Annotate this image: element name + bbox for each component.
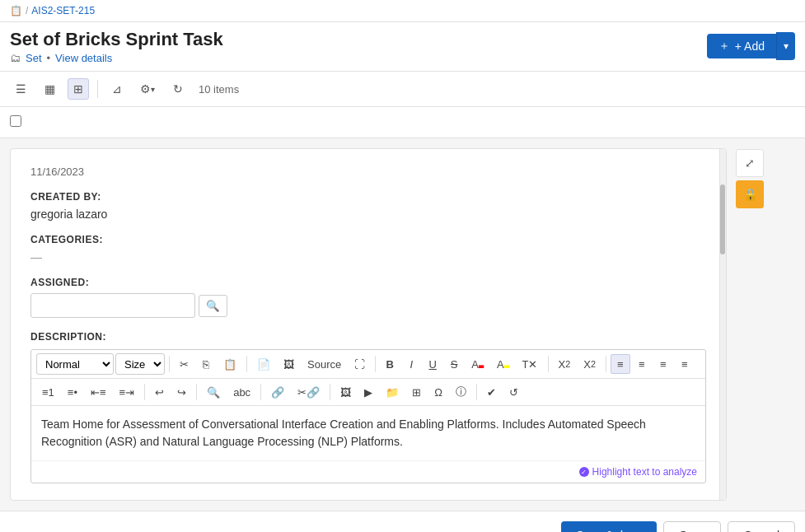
- cut-button[interactable]: ✂: [174, 354, 194, 374]
- assigned-label: ASSIGNED:: [30, 277, 706, 288]
- set-icon: 🗂: [10, 52, 21, 64]
- refresh-icon: ↻: [173, 82, 183, 96]
- editor-sep-6: [144, 384, 145, 400]
- editor-content[interactable]: Team Home for Assessment of Conversation…: [31, 406, 705, 460]
- description-editor: Normal Heading 1 Heading 2 Heading 3 Siz…: [30, 349, 706, 483]
- check-button[interactable]: ✔: [481, 382, 502, 402]
- created-by-label: CREATED BY:: [30, 191, 706, 203]
- copy-button[interactable]: ⎘: [196, 354, 216, 374]
- format-select[interactable]: Normal Heading 1 Heading 2 Heading 3: [36, 353, 114, 375]
- align-justify-button[interactable]: ≡: [675, 354, 695, 374]
- unordered-list-button[interactable]: ≡•: [62, 382, 83, 402]
- clear-format-button[interactable]: T✕: [517, 354, 544, 374]
- filter-button[interactable]: ⊿: [106, 78, 128, 100]
- assigned-input-row: 🔍: [30, 293, 706, 318]
- source-label: Source: [307, 358, 341, 371]
- editor-toolbar-row1: Normal Heading 1 Heading 2 Heading 3 Siz…: [31, 350, 705, 379]
- align-left-button[interactable]: ≡: [611, 354, 630, 374]
- add-button[interactable]: ＋ + Add: [707, 34, 776, 58]
- align-right-button[interactable]: ≡: [653, 354, 673, 374]
- template-button[interactable]: 📁: [380, 382, 405, 402]
- bold-button[interactable]: B: [380, 354, 400, 374]
- expand-button[interactable]: ⤢: [736, 149, 764, 177]
- assigned-search-button[interactable]: 🔍: [199, 295, 227, 317]
- breadcrumb-separator: /: [26, 5, 28, 16]
- refresh-button[interactable]: ↻: [167, 78, 189, 100]
- board-view-button[interactable]: ▦: [39, 78, 61, 100]
- list-view-button[interactable]: ☰: [10, 78, 32, 100]
- expand-icon: ⤢: [745, 156, 755, 170]
- source-button[interactable]: Source: [302, 354, 347, 374]
- list-icon: ☰: [16, 82, 26, 96]
- main-toolbar: ☰ ▦ ⊞ ⊿ ⚙ ▾ ↻ 10 items: [0, 72, 805, 107]
- categories-value: —: [30, 250, 706, 264]
- subscript-button[interactable]: X2: [553, 354, 577, 374]
- analyze-text[interactable]: Highlight text to analyze: [592, 466, 697, 478]
- lock-icon: 🔒: [743, 188, 757, 201]
- editor-sep-1: [169, 356, 170, 372]
- add-button-label: + Add: [735, 40, 765, 53]
- settings-chevron: ▾: [151, 85, 155, 94]
- assigned-input[interactable]: [30, 293, 195, 318]
- editor-sep-3: [375, 356, 376, 372]
- card-view-button[interactable]: ⊞: [68, 78, 89, 100]
- page-title-area: Set of Bricks Sprint Task 🗂 Set • View d…: [10, 29, 223, 71]
- board-icon: ▦: [44, 82, 55, 96]
- settings-button[interactable]: ⚙ ▾: [134, 78, 161, 100]
- editor-sep-10: [476, 384, 477, 400]
- spell-check-button[interactable]: abc: [227, 382, 256, 402]
- outdent-button[interactable]: ⇤≡: [85, 382, 112, 402]
- strikethrough-button[interactable]: S: [444, 354, 464, 374]
- media-button[interactable]: ▶: [358, 382, 378, 402]
- undo-button[interactable]: ↩: [149, 382, 170, 402]
- editor-toolbar-row2: ≡1 ≡• ⇤≡ ≡⇥ ↩ ↪ 🔍 abc 🔗 ✂🔗 🖼 ▶ 📁 ⊞ Ω ⓘ: [31, 379, 705, 406]
- underline-button[interactable]: U: [423, 354, 442, 374]
- paste-button[interactable]: 📋: [218, 354, 242, 374]
- editor-sep-7: [196, 384, 197, 400]
- scrollbar-thumb: [720, 184, 725, 254]
- unlink-button[interactable]: ✂🔗: [292, 382, 325, 402]
- subtitle-sep: •: [47, 52, 51, 64]
- lock-button[interactable]: 🔒: [736, 180, 764, 208]
- subtitle-set[interactable]: Set: [26, 52, 42, 64]
- image-button[interactable]: 🖼: [278, 354, 300, 374]
- highlight-button[interactable]: A▃: [491, 354, 515, 374]
- indent-button[interactable]: ≡⇥: [114, 382, 141, 402]
- maximize-button[interactable]: ⛶: [349, 354, 371, 374]
- page-title: Set of Bricks Sprint Task: [10, 29, 223, 50]
- italic-button[interactable]: I: [401, 354, 421, 374]
- iframe-button[interactable]: ⓘ: [450, 382, 472, 402]
- add-button-group: ＋ + Add ▾: [707, 32, 795, 60]
- superscript-button[interactable]: X2: [578, 354, 601, 374]
- align-center-button[interactable]: ≡: [632, 354, 652, 374]
- select-all-row: [0, 107, 805, 138]
- editor-sep-2: [246, 356, 247, 372]
- editor-sep-9: [330, 384, 330, 400]
- table-button[interactable]: ⊞: [406, 382, 427, 402]
- scrollbar[interactable]: [719, 149, 726, 500]
- editor-text: Team Home for Assessment of Conversation…: [41, 418, 646, 448]
- subtitle-view[interactable]: View details: [55, 52, 112, 64]
- special-char-button[interactable]: Ω: [428, 382, 448, 402]
- footer-actions: Save & done Save Cancel: [0, 511, 805, 532]
- search-icon: 🔍: [206, 300, 220, 312]
- find-button[interactable]: 🔍: [201, 382, 226, 402]
- analyze-bar: Highlight text to analyze: [31, 460, 705, 483]
- add-dropdown-button[interactable]: ▾: [776, 32, 795, 60]
- breadcrumb-text[interactable]: AIS2-SET-215: [31, 5, 95, 16]
- items-count: 10 items: [199, 83, 239, 96]
- cancel-button[interactable]: Cancel: [728, 521, 795, 532]
- save-done-button[interactable]: Save & done: [561, 521, 657, 532]
- font-color-button[interactable]: A▃: [466, 354, 489, 374]
- image-insert-button[interactable]: 🖼: [335, 382, 357, 402]
- ordered-list-button[interactable]: ≡1: [36, 382, 60, 402]
- save-button[interactable]: Save: [663, 521, 721, 532]
- side-actions: ⤢ 🔒: [736, 149, 764, 208]
- select-all-checkbox[interactable]: [10, 115, 21, 127]
- link-button[interactable]: 🔗: [265, 382, 290, 402]
- size-select[interactable]: Size: [115, 353, 165, 375]
- redo-button[interactable]: ↪: [171, 382, 192, 402]
- file-button[interactable]: 📄: [251, 354, 276, 374]
- editor-sep-4: [548, 356, 549, 372]
- reset-button[interactable]: ↺: [503, 382, 524, 402]
